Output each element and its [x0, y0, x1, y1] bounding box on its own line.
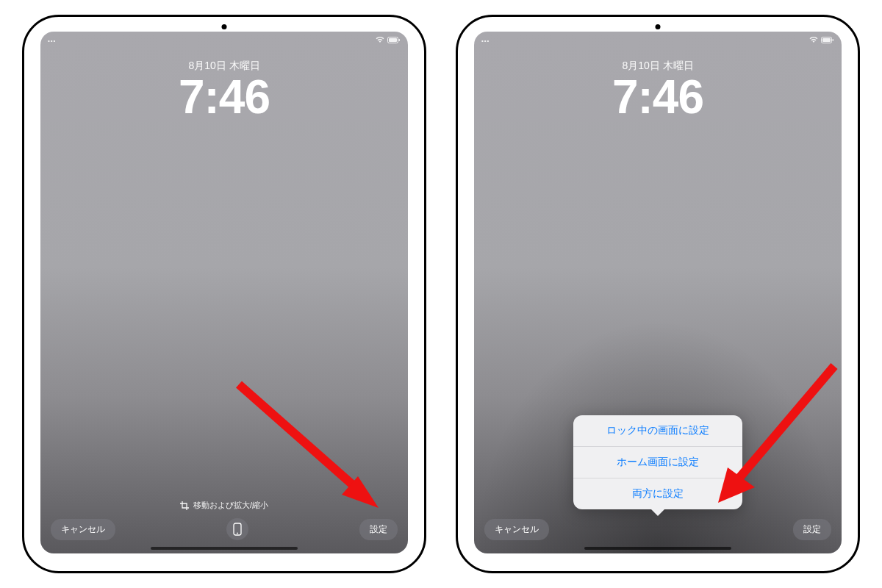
pinch-zoom-hint: 移動および拡大/縮小 — [180, 500, 268, 511]
lock-clock: 8月10日 木曜日 7:46 — [474, 60, 842, 122]
svg-rect-2 — [399, 39, 401, 41]
home-indicator[interactable] — [584, 547, 731, 550]
lock-date: 8月10日 木曜日 — [474, 60, 842, 73]
lock-clock: 8月10日 木曜日 7:46 — [40, 60, 408, 122]
set-as-lock-screen-option[interactable]: ロック中の画面に設定 — [573, 415, 742, 447]
crop-icon — [180, 501, 189, 510]
camera-dot — [222, 24, 227, 29]
set-button[interactable]: 設定 — [359, 519, 398, 540]
camera-dot — [656, 24, 661, 29]
lock-date: 8月10日 木曜日 — [40, 60, 408, 73]
set-button[interactable]: 設定 — [793, 519, 831, 540]
lock-time: 7:46 — [40, 73, 408, 122]
pinch-zoom-label: 移動および拡大/縮小 — [193, 500, 268, 511]
lock-screen-left: ••• 8月10日 木曜日 7:46 — [40, 32, 408, 553]
svg-rect-8 — [822, 38, 831, 42]
svg-point-4 — [237, 533, 238, 534]
home-indicator[interactable] — [151, 547, 298, 550]
status-bar: ••• — [474, 32, 842, 46]
lock-time: 7:46 — [474, 73, 842, 122]
svg-rect-9 — [833, 39, 834, 41]
wifi-icon — [809, 36, 818, 45]
svg-rect-1 — [389, 38, 397, 42]
set-as-home-screen-option[interactable]: ホーム画面に設定 — [573, 447, 742, 478]
set-as-both-option[interactable]: 両方に設定 — [573, 478, 742, 509]
phone-outline-icon — [232, 523, 243, 536]
battery-icon — [387, 37, 401, 45]
status-bar: ••• — [40, 32, 408, 46]
cancel-button[interactable]: キャンセル — [51, 519, 115, 540]
more-dots-icon: ••• — [481, 37, 490, 44]
ipad-frame-right: ••• 8月10日 木曜日 7:46 ロック中の画面に設定 ホーム画面に設定 — [456, 15, 860, 573]
wifi-icon — [376, 36, 384, 45]
appearance-toggle-button[interactable] — [226, 518, 248, 540]
more-dots-icon: ••• — [48, 37, 56, 44]
svg-line-5 — [239, 384, 364, 495]
set-wallpaper-popover: ロック中の画面に設定 ホーム画面に設定 両方に設定 — [573, 415, 742, 509]
lock-screen-right: ••• 8月10日 木曜日 7:46 ロック中の画面に設定 ホーム画面に設定 — [474, 32, 842, 553]
ipad-frame-left: ••• 8月10日 木曜日 7:46 — [22, 15, 426, 573]
battery-icon — [821, 37, 834, 45]
cancel-button[interactable]: キャンセル — [484, 519, 549, 540]
svg-line-10 — [731, 366, 834, 487]
